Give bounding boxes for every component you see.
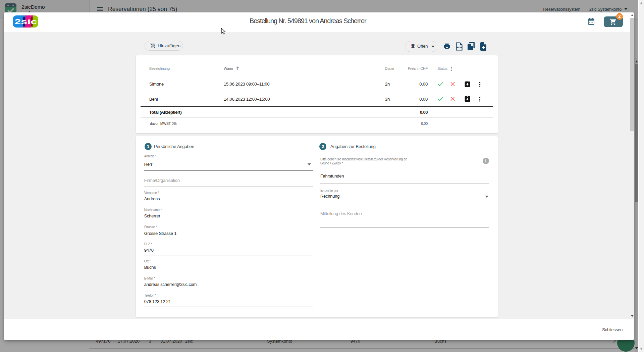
svg-text:2sic: 2sic bbox=[14, 17, 37, 26]
svg-text:PDF: PDF bbox=[457, 46, 462, 49]
